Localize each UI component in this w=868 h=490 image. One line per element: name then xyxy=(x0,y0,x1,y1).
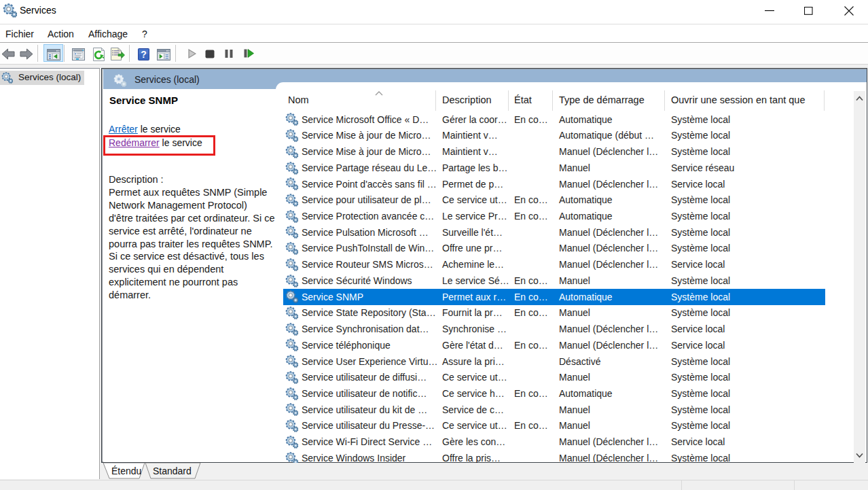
svg-text:?: ? xyxy=(141,49,147,60)
